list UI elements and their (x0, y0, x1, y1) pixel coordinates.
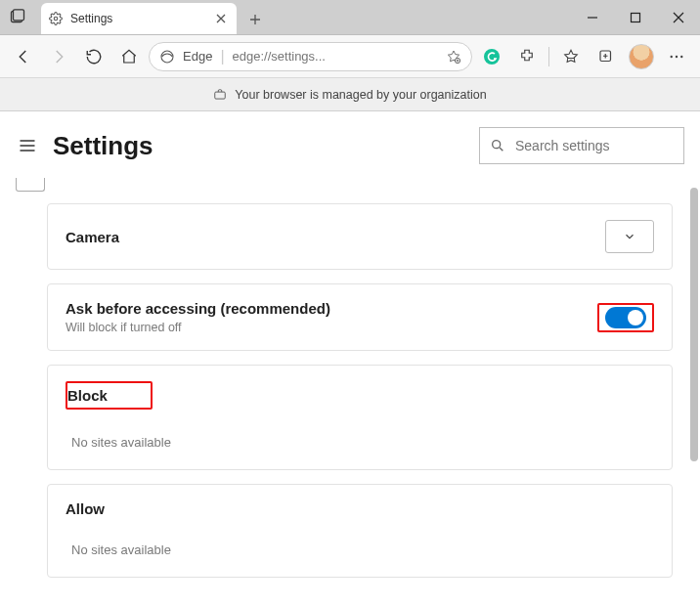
svg-point-8 (671, 55, 673, 57)
scrollbar-thumb[interactable] (690, 188, 698, 461)
ask-before-accessing-card: Ask before accessing (recommended) Will … (47, 283, 673, 351)
address-separator: | (220, 48, 224, 65)
refresh-button[interactable] (78, 41, 109, 72)
camera-expand-button[interactable] (605, 220, 654, 253)
tab-title: Settings (70, 12, 205, 25)
svg-rect-1 (14, 10, 24, 21)
gear-icon (49, 12, 63, 25)
toolbar-divider (548, 47, 549, 66)
svg-point-2 (54, 17, 58, 21)
svg-point-10 (680, 55, 682, 57)
briefcase-icon (213, 88, 227, 102)
svg-point-6 (484, 49, 500, 65)
ask-before-accessing-title: Ask before accessing (recommended) (66, 300, 330, 317)
allow-list-card: Allow No sites available (47, 484, 673, 578)
home-button[interactable] (113, 41, 145, 72)
search-icon (490, 138, 505, 153)
settings-header: Settings (0, 111, 700, 178)
window-controls (571, 0, 700, 35)
highlight-block-title: Block (66, 381, 153, 410)
svg-rect-3 (632, 14, 640, 22)
camera-section-card: Camera (47, 203, 673, 270)
allow-list-title: Allow (48, 485, 672, 527)
close-tab-button[interactable] (213, 11, 229, 26)
page-title: Settings (53, 131, 465, 161)
previous-section-remnant (16, 178, 45, 192)
window-titlebar: Settings (0, 0, 700, 35)
extensions-button[interactable] (511, 41, 543, 72)
browser-toolbar: Edge | edge://settings... (0, 35, 700, 78)
minimize-button[interactable] (571, 0, 614, 35)
managed-banner: Your browser is managed by your organiza… (0, 78, 700, 111)
camera-title: Camera (66, 229, 119, 245)
maximize-button[interactable] (614, 0, 657, 35)
address-url: edge://settings... (233, 49, 326, 64)
svg-point-4 (161, 51, 173, 63)
highlight-toggle (597, 303, 654, 332)
settings-content-region: Camera Ask before accessing (recommended… (0, 178, 688, 607)
ask-before-accessing-subtitle: Will block if turned off (66, 321, 330, 334)
block-list-card: Block No sites available (47, 365, 673, 470)
extension-grammarly-icon[interactable] (476, 41, 507, 72)
chevron-down-icon (623, 230, 636, 243)
collections-button[interactable] (591, 41, 622, 72)
favorites-button[interactable] (555, 41, 587, 72)
back-button[interactable] (8, 41, 39, 72)
settings-scroll-region[interactable]: Camera Ask before accessing (recommended… (8, 178, 680, 607)
settings-search-input[interactable] (515, 138, 674, 153)
forward-button[interactable] (43, 41, 74, 72)
more-menu-button[interactable] (661, 41, 692, 72)
settings-menu-button[interactable] (16, 134, 39, 157)
svg-point-9 (676, 55, 678, 57)
tab-overview-button[interactable] (0, 0, 35, 34)
edge-icon (159, 49, 175, 65)
profile-avatar[interactable] (626, 41, 657, 72)
settings-search[interactable] (479, 127, 684, 164)
new-tab-button[interactable] (241, 5, 270, 34)
close-window-button[interactable] (657, 0, 700, 35)
toggle-knob (628, 310, 643, 325)
favorite-this-page-button[interactable] (446, 49, 461, 65)
ask-before-accessing-toggle[interactable] (605, 307, 646, 328)
address-bar[interactable]: Edge | edge://settings... (149, 42, 472, 71)
address-browser-label: Edge (183, 49, 212, 64)
block-list-empty: No sites available (48, 419, 672, 469)
managed-banner-text: Your browser is managed by your organiza… (235, 88, 486, 102)
block-list-title: Block (67, 387, 108, 404)
active-tab[interactable]: Settings (41, 3, 237, 34)
allow-list-empty: No sites available (48, 527, 672, 577)
svg-rect-11 (215, 92, 226, 99)
svg-point-12 (493, 141, 501, 149)
